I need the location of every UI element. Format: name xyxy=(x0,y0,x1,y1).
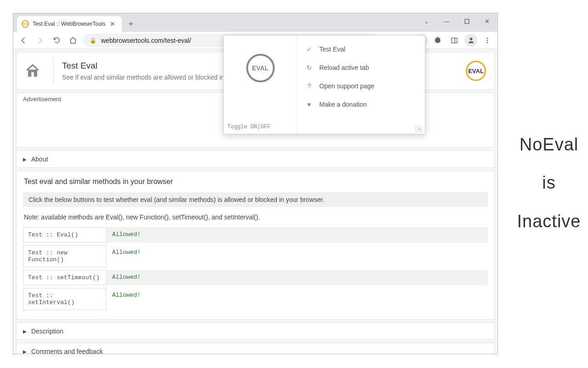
annotation-text: NoEval is Inactive xyxy=(510,133,588,248)
popup-item-icon: ✓ xyxy=(305,46,313,53)
svg-point-6 xyxy=(487,42,488,43)
popup-item-icon: ♥ xyxy=(305,101,313,108)
popup-eval-logo-icon[interactable]: EVAL xyxy=(246,54,275,82)
test-row: Test :: new Function()Allowed! xyxy=(23,245,488,267)
description-section-toggle[interactable]: ▶ Description xyxy=(16,322,495,340)
browser-tab[interactable]: EVAL Test Eval :: WebBrowserTools ✕ xyxy=(17,16,122,32)
test-button[interactable]: Test :: new Function() xyxy=(23,245,107,267)
eval-logo-icon: EVAL xyxy=(466,61,486,81)
test-row: Test :: Eval()Allowed! xyxy=(23,227,488,242)
popup-item-label: Make a donation xyxy=(319,101,367,108)
minimize-button[interactable]: — xyxy=(439,15,454,27)
test-result: Allowed! xyxy=(107,270,488,285)
instruction-text: Click the below buttons to test whether … xyxy=(23,192,488,207)
close-window-button[interactable]: ✕ xyxy=(479,15,495,27)
svg-point-5 xyxy=(487,40,488,41)
menu-dots-icon[interactable] xyxy=(481,34,494,47)
tab-close-icon[interactable]: ✕ xyxy=(108,20,117,28)
test-result: Allowed! xyxy=(107,245,488,267)
popup-item-label: Open support page xyxy=(319,82,374,90)
test-result: Allowed! xyxy=(107,227,488,242)
annotation-line-1: NoEval xyxy=(510,133,588,156)
caret-down-icon[interactable]: ⌄ xyxy=(418,15,434,27)
comments-label: Comments and feedback xyxy=(31,348,103,354)
caret-right-icon: ▶ xyxy=(23,349,27,354)
about-section-toggle[interactable]: ▶ About xyxy=(16,150,495,168)
svg-rect-1 xyxy=(452,38,457,43)
tab-favicon-eval-icon: EVAL xyxy=(22,20,29,28)
popup-item-icon: ↻ xyxy=(305,64,313,71)
popup-menu-item[interactable]: ↻Reload active tab xyxy=(297,58,425,77)
forward-button[interactable] xyxy=(34,34,46,47)
popup-toggle-label: Toggle ON|OFF xyxy=(227,124,271,130)
popup-menu-item[interactable]: ♥Make a donation xyxy=(297,95,425,114)
popup-item-label: Reload active tab xyxy=(319,64,369,71)
home-button[interactable] xyxy=(67,34,79,47)
popup-menu-item[interactable]: ✓Test Eval xyxy=(297,40,425,58)
popup-item-icon: ? xyxy=(305,82,313,90)
new-tab-button[interactable]: + xyxy=(124,17,137,30)
maximize-button[interactable] xyxy=(459,15,475,27)
svg-point-3 xyxy=(469,38,472,40)
caret-right-icon: ▶ xyxy=(23,329,27,334)
annotation-line-3: Inactive xyxy=(510,210,588,233)
extensions-puzzle-icon[interactable] xyxy=(431,34,444,47)
caret-right-icon: ▶ xyxy=(23,157,27,162)
annotation-line-2: is xyxy=(510,172,588,194)
test-row: Test :: setInterval()Allowed! xyxy=(23,288,488,310)
window-controls: ⌄ — ✕ xyxy=(418,15,495,27)
note-text: Note: available methods are Eval(), new … xyxy=(23,212,488,227)
back-button[interactable] xyxy=(17,34,30,47)
test-row: Test :: setTimeout()Allowed! xyxy=(23,270,488,285)
main-heading: Test eval and similar methods in your br… xyxy=(23,178,488,186)
test-result: Allowed! xyxy=(107,288,488,310)
test-button[interactable]: Test :: Eval() xyxy=(23,227,107,242)
popup-resize-icon[interactable]: ⇲ xyxy=(415,126,422,132)
lock-icon: 🔒 xyxy=(90,37,96,44)
profile-avatar-icon[interactable] xyxy=(464,34,477,47)
titlebar: EVAL Test Eval :: WebBrowserTools ✕ + ⌄ … xyxy=(13,13,498,32)
description-label: Description xyxy=(31,328,63,335)
test-button[interactable]: Test :: setInterval() xyxy=(23,288,107,310)
svg-rect-0 xyxy=(465,19,469,23)
tab-title: Test Eval :: WebBrowserTools xyxy=(33,21,108,27)
extension-popup: EVAL Toggle ON|OFF ✓Test Eval↻Reload act… xyxy=(223,35,425,134)
about-label: About xyxy=(31,155,48,163)
comments-section-toggle[interactable]: ▶ Comments and feedback xyxy=(16,343,495,354)
svg-point-4 xyxy=(487,38,488,39)
test-button[interactable]: Test :: setTimeout() xyxy=(23,270,107,285)
reload-button[interactable] xyxy=(50,34,63,47)
side-panel-icon[interactable] xyxy=(448,34,461,47)
popup-item-label: Test Eval xyxy=(319,46,345,53)
home-icon[interactable] xyxy=(25,63,40,79)
main-test-panel: Test eval and similar methods in your br… xyxy=(16,171,495,320)
popup-menu-item[interactable]: ?Open support page xyxy=(297,77,425,95)
